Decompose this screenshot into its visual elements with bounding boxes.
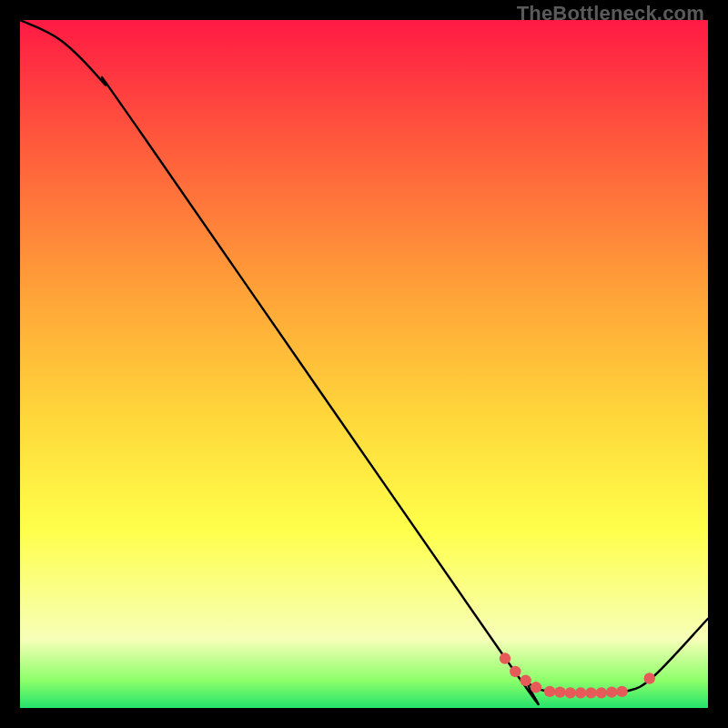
marker-dot <box>531 682 541 693</box>
marker-dot <box>585 687 596 698</box>
chart-frame: TheBottleneck.com <box>0 0 728 728</box>
marker-dot <box>500 652 511 663</box>
marker-dot <box>606 686 617 697</box>
marker-dot <box>616 686 627 697</box>
marker-dot <box>565 687 576 698</box>
marker-dot <box>644 672 655 683</box>
plot-area <box>20 20 708 708</box>
chart-svg <box>20 20 708 708</box>
marker-dot <box>575 687 586 698</box>
marker-dot <box>510 666 521 677</box>
marker-dot <box>520 675 531 686</box>
marker-dot <box>554 686 565 697</box>
marker-dot <box>544 686 555 697</box>
gradient-background <box>20 20 708 708</box>
marker-dot <box>596 687 607 698</box>
